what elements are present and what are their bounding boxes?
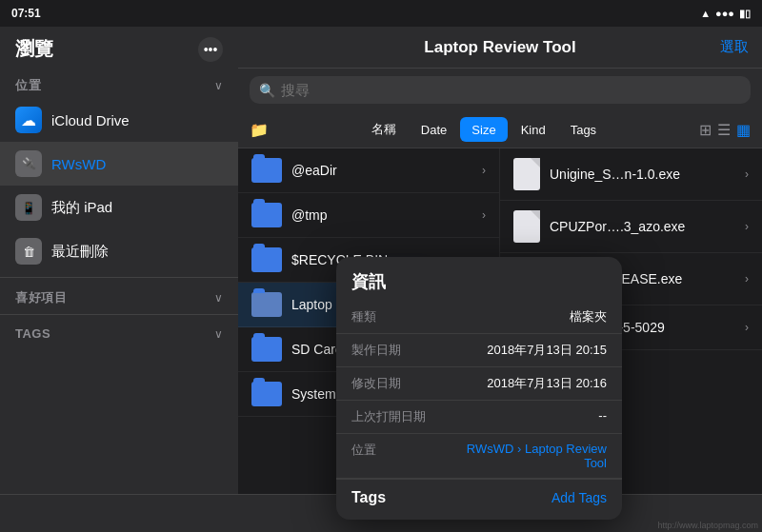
sidebar-title: 瀏覽 (15, 36, 53, 62)
file-row-cpuz[interactable]: CPUZPor….3_azo.exe › (500, 201, 762, 253)
toolbar-row: 📁 名稱 Date Size Kind Tags ⊞ ☰ ▦ (238, 111, 762, 148)
file-row-eaDir[interactable]: @eaDir › (238, 148, 499, 193)
sort-tabs: 名稱 Date Size Kind Tags (360, 117, 608, 142)
info-label-lastopened: 上次打開日期 (351, 408, 426, 425)
info-row-created: 製作日期 2018年7月13日 20:15 (336, 334, 622, 367)
folder-icon-tmp (251, 203, 282, 227)
section-title-tags: Tags (15, 326, 50, 341)
chevron-eaDir-icon: › (482, 164, 486, 177)
content-header: Laptop Review Tool 選取 (238, 27, 762, 69)
info-value-lastopened: -- (598, 408, 607, 425)
info-value-modified: 2018年7月13日 20:16 (487, 375, 607, 392)
sidebar-item-ipad[interactable]: 📱 我的 iPad (0, 186, 238, 229)
sidebar-item-rwswd-label: RWsWD (51, 156, 106, 172)
status-time: 07:51 (11, 7, 41, 20)
sidebar-item-trash-label: 最近刪除 (51, 243, 109, 261)
sidebar-item-icloud-label: iCloud Drive (51, 112, 130, 128)
folder-icon-laptop (251, 292, 282, 317)
search-bar: 🔍 (238, 69, 762, 111)
usb-icon: 🔌 (15, 150, 42, 177)
chevron-tags-icon: ∨ (214, 327, 223, 341)
status-icons: ▲ ●●● ▮▯ (700, 8, 751, 20)
sidebar-header: 瀏覽 ••• (0, 27, 238, 69)
add-tags-button[interactable]: Add Tags (551, 490, 607, 505)
chevron-3dmark-icon: › (745, 321, 749, 334)
info-label-created: 製作日期 (351, 342, 401, 359)
chevron-cpuz-icon: › (745, 220, 749, 233)
section-header-location: 位置 ∨ (0, 69, 238, 98)
folder-icon-eaDir (251, 158, 282, 183)
sort-tab-date[interactable]: Date (410, 117, 458, 142)
content-title: Laptop Review Tool (424, 38, 575, 57)
tags-section: Tags Add Tags (336, 479, 622, 520)
info-row-lastopened: 上次打開日期 -- (336, 401, 622, 434)
file-row-unigine[interactable]: Unigine_S…n-1.0.exe › (500, 148, 762, 201)
sort-tab-size[interactable]: Size (460, 117, 507, 142)
sidebar-more-button[interactable]: ••• (198, 37, 223, 62)
folder-toolbar-icon: 📁 (250, 121, 269, 139)
info-row-kind: 種類 檔案夾 (336, 301, 622, 334)
chevron-location-icon: ∨ (214, 79, 223, 92)
file-name-cpuz: CPUZPor….3_azo.exe (550, 219, 735, 234)
select-button[interactable]: 選取 (720, 38, 749, 56)
section-title-favorites: 喜好項目 (15, 289, 67, 306)
info-row-modified: 修改日期 2018年7月13日 20:16 (336, 367, 622, 401)
info-label-location: 位置 (351, 442, 376, 470)
info-label-kind: 種類 (351, 308, 376, 325)
watermark: http://www.laptopmag.com (653, 519, 762, 532)
folder-icon-recycle (251, 247, 282, 272)
doc-icon-unigine (513, 158, 540, 190)
chevron-tmp-icon: › (482, 208, 486, 222)
info-popup: 資訊 種類 檔案夾 製作日期 2018年7月13日 20:15 修改日期 201… (336, 257, 622, 520)
doc-icon-cpuz (513, 210, 540, 243)
sidebar-item-icloud[interactable]: ☁ iCloud Drive (0, 98, 238, 142)
sidebar: 瀏覽 ••• 位置 ∨ ☁ iCloud Drive 🔌 RWsWD 📱 我的 … (0, 27, 238, 494)
status-bar: 07:51 ▲ ●●● ▮▯ (0, 0, 762, 27)
info-value-created: 2018年7月13日 20:15 (487, 342, 607, 359)
info-label-modified: 修改日期 (351, 375, 401, 392)
sort-tab-kind[interactable]: Kind (510, 117, 557, 142)
file-name-tmp: @tmp (291, 207, 472, 223)
search-icon: 🔍 (259, 83, 275, 98)
file-row-tmp[interactable]: @tmp › (238, 193, 499, 238)
divider-1 (0, 277, 238, 278)
search-input[interactable] (281, 82, 741, 98)
section-header-tags: Tags ∨ (0, 319, 238, 345)
wifi-icon: ▲ (700, 8, 711, 19)
divider-2 (0, 314, 238, 315)
info-row-location: 位置 RWsWD › Laptop Review Tool (336, 434, 622, 479)
grid-view-icon[interactable]: ⊞ (699, 121, 712, 139)
ipad-icon: 📱 (15, 194, 42, 221)
sort-tab-name[interactable]: 名稱 (360, 117, 408, 142)
trash-icon: 🗑 (15, 238, 42, 265)
search-input-wrap[interactable]: 🔍 (250, 76, 751, 104)
sidebar-item-trash[interactable]: 🗑 最近刪除 (0, 229, 238, 273)
tags-section-title: Tags (351, 489, 386, 506)
view-icons: ⊞ ☰ ▦ (699, 121, 751, 139)
info-value-kind: 檔案夾 (570, 308, 607, 325)
info-popup-title: 資訊 (336, 257, 622, 301)
file-name-unigine: Unigine_S…n-1.0.exe (550, 167, 735, 182)
chevron-greenshot-icon: › (745, 272, 749, 286)
file-name-eaDir: @eaDir (291, 163, 472, 178)
info-value-location[interactable]: RWsWD › Laptop Review Tool (453, 442, 607, 470)
sort-tab-tags[interactable]: Tags (559, 117, 608, 142)
section-header-favorites: 喜好項目 ∨ (0, 282, 238, 310)
chevron-unigine-icon: › (745, 167, 749, 181)
sidebar-item-ipad-label: 我的 iPad (51, 199, 112, 217)
icloud-icon: ☁ (15, 107, 42, 133)
folder-icon-sdcard (251, 337, 282, 362)
signal-icon: ●●● (715, 8, 734, 19)
folder-icon-system (251, 382, 282, 406)
sidebar-item-rwswd[interactable]: 🔌 RWsWD (0, 142, 238, 186)
list-view-icon[interactable]: ☰ (717, 121, 731, 139)
section-title-location: 位置 (15, 77, 41, 94)
battery-icon: ▮▯ (739, 8, 751, 20)
chevron-favorites-icon: ∨ (214, 291, 223, 305)
column-view-icon[interactable]: ▦ (736, 121, 751, 139)
